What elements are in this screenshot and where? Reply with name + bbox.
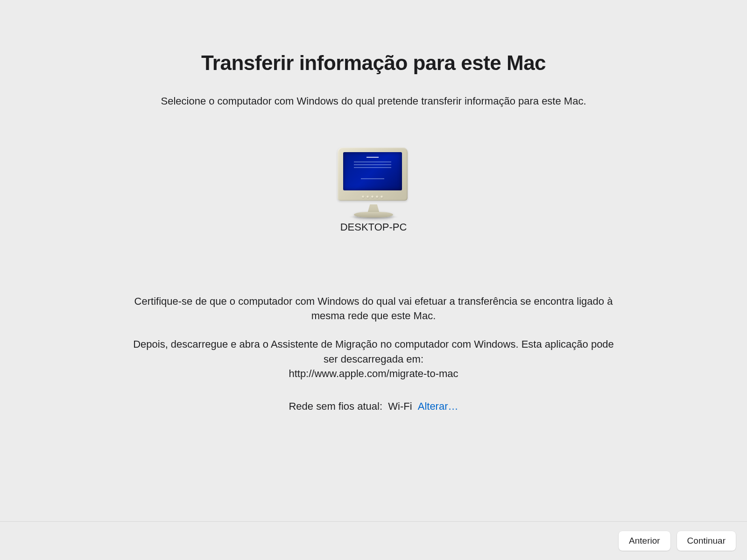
network-label: Rede sem fios atual:	[289, 400, 382, 412]
migration-assistant-window: Transferir informação para este Mac Sele…	[0, 0, 747, 560]
main-content: Transferir informação para este Mac Sele…	[0, 0, 747, 521]
source-device-option[interactable]: DESKTOP-PC	[333, 143, 414, 238]
current-network-row: Rede sem fios atual: Wi-Fi Alterar…	[126, 400, 621, 413]
network-value: Wi-Fi	[388, 400, 412, 412]
instructions-block: Certifique-se de que o computador com Wi…	[126, 294, 621, 413]
device-name-label: DESKTOP-PC	[340, 221, 407, 233]
continue-button[interactable]: Continuar	[677, 531, 736, 551]
instruction-download: Depois, descarregue e abra o Assistente …	[126, 337, 621, 381]
instruction-download-text: Depois, descarregue e abra o Assistente …	[133, 338, 614, 364]
page-title: Transferir informação para este Mac	[201, 51, 546, 75]
page-subtitle: Selecione o computador com Windows do qu…	[161, 95, 586, 107]
footer-bar: Anterior Continuar	[0, 521, 747, 560]
back-button[interactable]: Anterior	[619, 531, 670, 551]
change-network-link[interactable]: Alterar…	[418, 400, 458, 412]
pc-monitor-icon	[338, 147, 409, 217]
instruction-download-url: http://www.apple.com/migrate-to-mac	[289, 368, 458, 379]
instruction-network: Certifique-se de que o computador com Wi…	[126, 294, 621, 323]
